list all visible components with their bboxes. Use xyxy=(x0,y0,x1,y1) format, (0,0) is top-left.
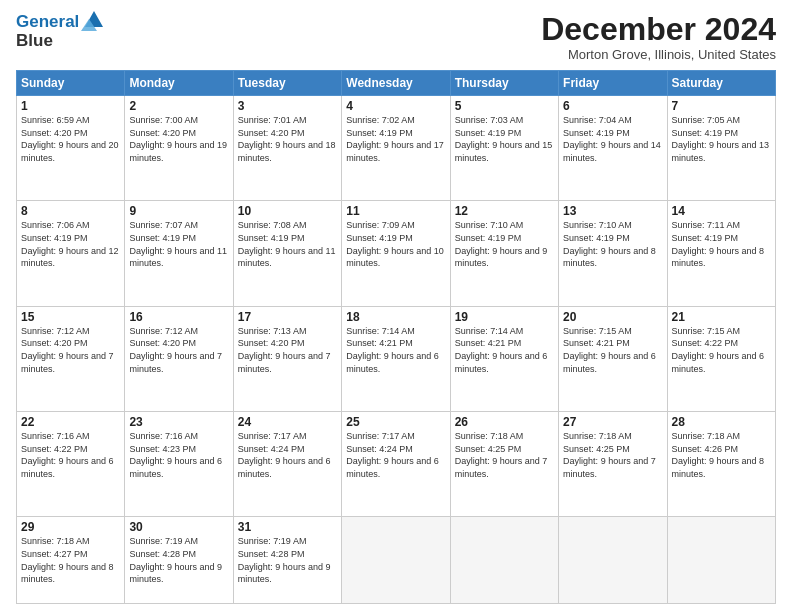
table-row xyxy=(559,517,667,604)
day-info: Sunrise: 7:16 AM Sunset: 4:22 PM Dayligh… xyxy=(21,430,120,480)
table-row: 19 Sunrise: 7:14 AM Sunset: 4:21 PM Dayl… xyxy=(450,306,558,411)
table-row: 15 Sunrise: 7:12 AM Sunset: 4:20 PM Dayl… xyxy=(17,306,125,411)
table-row: 4 Sunrise: 7:02 AM Sunset: 4:19 PM Dayli… xyxy=(342,96,450,201)
day-info: Sunrise: 6:59 AM Sunset: 4:20 PM Dayligh… xyxy=(21,114,120,164)
day-info: Sunrise: 7:13 AM Sunset: 4:20 PM Dayligh… xyxy=(238,325,337,375)
day-number: 16 xyxy=(129,310,228,324)
day-info: Sunrise: 7:04 AM Sunset: 4:19 PM Dayligh… xyxy=(563,114,662,164)
col-friday: Friday xyxy=(559,71,667,96)
day-number: 15 xyxy=(21,310,120,324)
table-row: 6 Sunrise: 7:04 AM Sunset: 4:19 PM Dayli… xyxy=(559,96,667,201)
col-wednesday: Wednesday xyxy=(342,71,450,96)
day-number: 19 xyxy=(455,310,554,324)
day-number: 10 xyxy=(238,204,337,218)
day-number: 29 xyxy=(21,520,120,534)
day-number: 12 xyxy=(455,204,554,218)
logo-text: General xyxy=(16,12,79,32)
day-number: 2 xyxy=(129,99,228,113)
table-row: 28 Sunrise: 7:18 AM Sunset: 4:26 PM Dayl… xyxy=(667,412,775,517)
day-info: Sunrise: 7:15 AM Sunset: 4:22 PM Dayligh… xyxy=(672,325,771,375)
day-info: Sunrise: 7:01 AM Sunset: 4:20 PM Dayligh… xyxy=(238,114,337,164)
day-info: Sunrise: 7:14 AM Sunset: 4:21 PM Dayligh… xyxy=(346,325,445,375)
col-thursday: Thursday xyxy=(450,71,558,96)
table-row: 26 Sunrise: 7:18 AM Sunset: 4:25 PM Dayl… xyxy=(450,412,558,517)
calendar-header-row: Sunday Monday Tuesday Wednesday Thursday… xyxy=(17,71,776,96)
day-number: 30 xyxy=(129,520,228,534)
day-info: Sunrise: 7:15 AM Sunset: 4:21 PM Dayligh… xyxy=(563,325,662,375)
day-number: 8 xyxy=(21,204,120,218)
day-info: Sunrise: 7:08 AM Sunset: 4:19 PM Dayligh… xyxy=(238,219,337,269)
col-saturday: Saturday xyxy=(667,71,775,96)
day-number: 11 xyxy=(346,204,445,218)
table-row: 20 Sunrise: 7:15 AM Sunset: 4:21 PM Dayl… xyxy=(559,306,667,411)
header: General Blue December 2024 Morton Grove,… xyxy=(16,12,776,62)
table-row: 21 Sunrise: 7:15 AM Sunset: 4:22 PM Dayl… xyxy=(667,306,775,411)
table-row: 16 Sunrise: 7:12 AM Sunset: 4:20 PM Dayl… xyxy=(125,306,233,411)
day-info: Sunrise: 7:03 AM Sunset: 4:19 PM Dayligh… xyxy=(455,114,554,164)
day-info: Sunrise: 7:19 AM Sunset: 4:28 PM Dayligh… xyxy=(129,535,228,585)
table-row: 24 Sunrise: 7:17 AM Sunset: 4:24 PM Dayl… xyxy=(233,412,341,517)
day-number: 5 xyxy=(455,99,554,113)
table-row: 8 Sunrise: 7:06 AM Sunset: 4:19 PM Dayli… xyxy=(17,201,125,306)
day-number: 9 xyxy=(129,204,228,218)
calendar-table: Sunday Monday Tuesday Wednesday Thursday… xyxy=(16,70,776,604)
day-info: Sunrise: 7:18 AM Sunset: 4:25 PM Dayligh… xyxy=(455,430,554,480)
table-row: 12 Sunrise: 7:10 AM Sunset: 4:19 PM Dayl… xyxy=(450,201,558,306)
day-info: Sunrise: 7:06 AM Sunset: 4:19 PM Dayligh… xyxy=(21,219,120,269)
location: Morton Grove, Illinois, United States xyxy=(541,47,776,62)
table-row: 29 Sunrise: 7:18 AM Sunset: 4:27 PM Dayl… xyxy=(17,517,125,604)
day-number: 21 xyxy=(672,310,771,324)
table-row: 30 Sunrise: 7:19 AM Sunset: 4:28 PM Dayl… xyxy=(125,517,233,604)
table-row xyxy=(450,517,558,604)
day-number: 13 xyxy=(563,204,662,218)
day-number: 31 xyxy=(238,520,337,534)
day-info: Sunrise: 7:18 AM Sunset: 4:25 PM Dayligh… xyxy=(563,430,662,480)
day-number: 25 xyxy=(346,415,445,429)
day-info: Sunrise: 7:12 AM Sunset: 4:20 PM Dayligh… xyxy=(129,325,228,375)
table-row: 27 Sunrise: 7:18 AM Sunset: 4:25 PM Dayl… xyxy=(559,412,667,517)
day-info: Sunrise: 7:19 AM Sunset: 4:28 PM Dayligh… xyxy=(238,535,337,585)
day-number: 1 xyxy=(21,99,120,113)
day-info: Sunrise: 7:14 AM Sunset: 4:21 PM Dayligh… xyxy=(455,325,554,375)
table-row: 18 Sunrise: 7:14 AM Sunset: 4:21 PM Dayl… xyxy=(342,306,450,411)
col-monday: Monday xyxy=(125,71,233,96)
day-info: Sunrise: 7:07 AM Sunset: 4:19 PM Dayligh… xyxy=(129,219,228,269)
table-row: 3 Sunrise: 7:01 AM Sunset: 4:20 PM Dayli… xyxy=(233,96,341,201)
col-sunday: Sunday xyxy=(17,71,125,96)
table-row: 23 Sunrise: 7:16 AM Sunset: 4:23 PM Dayl… xyxy=(125,412,233,517)
day-info: Sunrise: 7:10 AM Sunset: 4:19 PM Dayligh… xyxy=(455,219,554,269)
day-number: 27 xyxy=(563,415,662,429)
table-row: 2 Sunrise: 7:00 AM Sunset: 4:20 PM Dayli… xyxy=(125,96,233,201)
day-number: 26 xyxy=(455,415,554,429)
day-number: 20 xyxy=(563,310,662,324)
day-number: 17 xyxy=(238,310,337,324)
table-row: 1 Sunrise: 6:59 AM Sunset: 4:20 PM Dayli… xyxy=(17,96,125,201)
day-info: Sunrise: 7:18 AM Sunset: 4:27 PM Dayligh… xyxy=(21,535,120,585)
day-number: 24 xyxy=(238,415,337,429)
day-info: Sunrise: 7:17 AM Sunset: 4:24 PM Dayligh… xyxy=(238,430,337,480)
day-info: Sunrise: 7:00 AM Sunset: 4:20 PM Dayligh… xyxy=(129,114,228,164)
day-number: 18 xyxy=(346,310,445,324)
day-number: 14 xyxy=(672,204,771,218)
logo: General Blue xyxy=(16,12,107,49)
table-row: 13 Sunrise: 7:10 AM Sunset: 4:19 PM Dayl… xyxy=(559,201,667,306)
day-info: Sunrise: 7:12 AM Sunset: 4:20 PM Dayligh… xyxy=(21,325,120,375)
day-info: Sunrise: 7:11 AM Sunset: 4:19 PM Dayligh… xyxy=(672,219,771,269)
day-info: Sunrise: 7:02 AM Sunset: 4:19 PM Dayligh… xyxy=(346,114,445,164)
month-title: December 2024 xyxy=(541,12,776,47)
table-row: 5 Sunrise: 7:03 AM Sunset: 4:19 PM Dayli… xyxy=(450,96,558,201)
day-number: 28 xyxy=(672,415,771,429)
logo-icon xyxy=(81,9,107,31)
table-row: 14 Sunrise: 7:11 AM Sunset: 4:19 PM Dayl… xyxy=(667,201,775,306)
table-row: 17 Sunrise: 7:13 AM Sunset: 4:20 PM Dayl… xyxy=(233,306,341,411)
title-block: December 2024 Morton Grove, Illinois, Un… xyxy=(541,12,776,62)
table-row: 7 Sunrise: 7:05 AM Sunset: 4:19 PM Dayli… xyxy=(667,96,775,201)
day-number: 4 xyxy=(346,99,445,113)
day-info: Sunrise: 7:09 AM Sunset: 4:19 PM Dayligh… xyxy=(346,219,445,269)
table-row: 22 Sunrise: 7:16 AM Sunset: 4:22 PM Dayl… xyxy=(17,412,125,517)
day-number: 23 xyxy=(129,415,228,429)
table-row: 31 Sunrise: 7:19 AM Sunset: 4:28 PM Dayl… xyxy=(233,517,341,604)
day-info: Sunrise: 7:16 AM Sunset: 4:23 PM Dayligh… xyxy=(129,430,228,480)
day-info: Sunrise: 7:10 AM Sunset: 4:19 PM Dayligh… xyxy=(563,219,662,269)
day-number: 7 xyxy=(672,99,771,113)
